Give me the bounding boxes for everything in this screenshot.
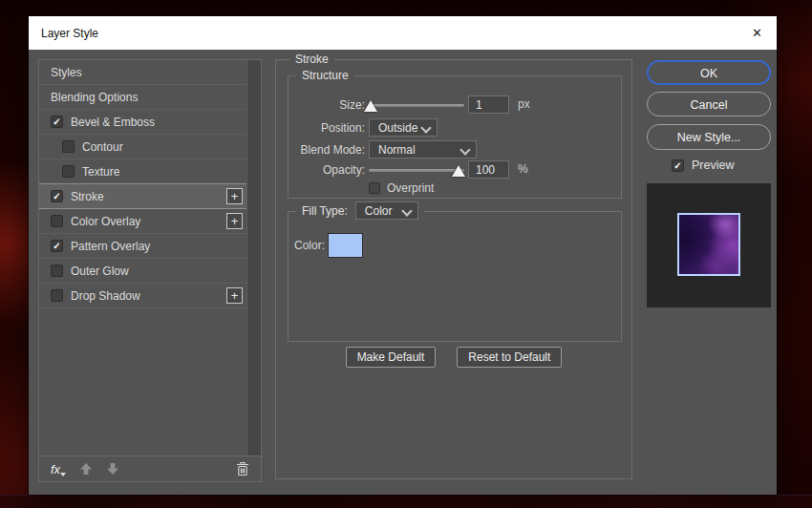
size-row: Size: px xyxy=(288,95,621,115)
sidebar-item-drop-shadow[interactable]: Drop Shadow + xyxy=(39,284,246,308)
fill-type-dropdown[interactable]: Color xyxy=(355,201,418,220)
fx-menu-button[interactable]: fx xyxy=(51,462,66,476)
plus-icon: + xyxy=(231,189,239,203)
position-row: Position: Outside xyxy=(288,118,621,138)
dialog-title: Layer Style xyxy=(41,27,98,40)
sidebar-item-stroke[interactable]: ✓ Stroke + xyxy=(39,183,246,209)
effect-checkbox[interactable] xyxy=(51,215,63,227)
blend-mode-label: Blend Mode: xyxy=(288,140,365,159)
chevron-down-icon xyxy=(401,205,412,216)
chevron-down-icon xyxy=(459,144,470,155)
size-label: Size: xyxy=(288,95,365,115)
effect-checkbox[interactable]: ✓ xyxy=(51,116,63,128)
close-button[interactable]: ✕ xyxy=(752,27,762,39)
chevron-down-icon xyxy=(420,122,431,133)
sidebar-item-styles[interactable]: Styles xyxy=(39,60,246,85)
size-slider-track[interactable] xyxy=(369,104,464,107)
fx-icon: fx xyxy=(51,462,60,476)
preview-toggle-row: ✓ Preview xyxy=(672,159,734,172)
blend-mode-dropdown[interactable]: Normal xyxy=(369,140,477,159)
arrow-down-icon xyxy=(107,463,118,475)
preview-label: Preview xyxy=(692,159,734,172)
sidebar-item-bevel-emboss[interactable]: ✓ Bevel & Emboss xyxy=(39,110,246,135)
add-effect-instance-button[interactable]: + xyxy=(226,287,243,304)
position-dropdown[interactable]: Outside xyxy=(369,118,438,137)
effect-checkbox[interactable] xyxy=(62,140,75,153)
effect-checkbox[interactable] xyxy=(51,289,63,302)
reset-to-default-button[interactable]: Reset to Default xyxy=(457,347,562,368)
opacity-slider-track[interactable] xyxy=(369,169,464,172)
structure-legend: Structure xyxy=(296,69,354,82)
effects-list-footer: fx xyxy=(39,455,261,481)
stroke-color-swatch[interactable] xyxy=(328,233,363,258)
effect-checkbox[interactable]: ✓ xyxy=(51,190,63,202)
plus-icon: + xyxy=(231,214,239,228)
effect-checkbox[interactable] xyxy=(62,165,75,178)
dialog-titlebar: Layer Style ✕ xyxy=(29,16,777,50)
photoshop-canvas-background: Layer Style ✕ Styles Blending Options ✓ … xyxy=(0,0,812,508)
sidebar-item-outer-glow[interactable]: Outer Glow xyxy=(39,259,246,284)
fill-type-group: Fill Type: Color Color: xyxy=(288,211,622,342)
stroke-settings-panel: Stroke Structure Size: px Position: Outs… xyxy=(275,59,632,479)
add-effect-instance-button[interactable]: + xyxy=(226,213,243,229)
opacity-label: Opacity: xyxy=(288,160,365,180)
close-icon: ✕ xyxy=(752,26,762,40)
move-effect-up-button[interactable] xyxy=(79,462,93,476)
size-slider-thumb[interactable] xyxy=(364,100,377,112)
opacity-input[interactable] xyxy=(468,160,509,179)
blend-mode-row: Blend Mode: Normal xyxy=(288,140,621,159)
fill-type-label: Fill Type: xyxy=(302,204,348,218)
effects-list-panel: Styles Blending Options ✓ Bevel & Emboss… xyxy=(38,59,262,482)
opacity-row: Opacity: % xyxy=(288,160,621,180)
style-preview-panel xyxy=(647,183,771,307)
sidebar-scrollbar[interactable] xyxy=(246,60,261,456)
add-effect-instance-button[interactable]: + xyxy=(226,188,243,204)
default-buttons-row: Make Default Reset to Default xyxy=(276,347,631,368)
layer-style-dialog: Layer Style ✕ Styles Blending Options ✓ … xyxy=(29,16,777,495)
sidebar-item-texture[interactable]: Texture xyxy=(39,159,246,184)
trash-icon xyxy=(237,463,248,476)
new-style-button[interactable]: New Style... xyxy=(647,124,771,150)
cancel-button[interactable]: Cancel xyxy=(647,92,771,116)
delete-effect-button[interactable] xyxy=(236,461,249,476)
overprint-label: Overprint xyxy=(387,181,434,195)
panel-title: Stroke xyxy=(289,53,334,66)
overprint-checkbox[interactable] xyxy=(369,182,380,194)
position-label: Position: xyxy=(288,118,365,138)
sidebar-item-contour[interactable]: Contour xyxy=(39,135,246,159)
plus-icon: + xyxy=(231,288,239,303)
structure-group: Structure Size: px Position: Outside xyxy=(288,75,622,199)
preview-thumbnail xyxy=(677,213,740,276)
canvas-bottom-strip xyxy=(0,495,812,508)
sidebar-item-pattern-overlay[interactable]: ✓ Pattern Overlay xyxy=(39,234,246,259)
dialog-body: Styles Blending Options ✓ Bevel & Emboss… xyxy=(29,50,777,495)
ok-button[interactable]: OK xyxy=(647,60,771,85)
size-input[interactable] xyxy=(468,95,509,114)
sidebar-item-color-overlay[interactable]: Color Overlay + xyxy=(39,209,246,234)
preview-checkbox[interactable]: ✓ xyxy=(672,159,684,172)
opacity-slider-thumb[interactable] xyxy=(452,165,465,177)
opacity-unit: % xyxy=(518,160,528,179)
move-effect-down-button[interactable] xyxy=(106,462,119,476)
effect-checkbox[interactable]: ✓ xyxy=(51,240,63,252)
effects-list: Styles Blending Options ✓ Bevel & Emboss… xyxy=(39,60,246,308)
sidebar-item-blending-options[interactable]: Blending Options xyxy=(39,85,246,110)
color-label: Color: xyxy=(288,233,325,258)
effect-checkbox[interactable] xyxy=(51,265,63,277)
size-unit: px xyxy=(518,95,530,114)
arrow-up-icon xyxy=(80,463,92,475)
make-default-button[interactable]: Make Default xyxy=(346,347,437,368)
